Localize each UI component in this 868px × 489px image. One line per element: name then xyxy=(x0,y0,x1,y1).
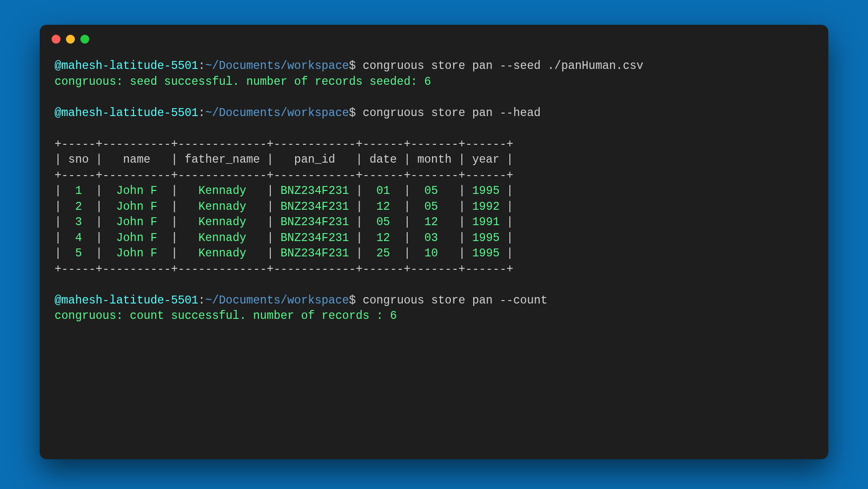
table-cell-border: | xyxy=(55,184,62,197)
table-row: | 4 | John F | Kennady | BNZ234F231 | 12… xyxy=(55,231,813,246)
close-icon[interactable] xyxy=(52,35,61,44)
prompt-line: @mahesh-latitude-5501:~/Documents/worksp… xyxy=(55,293,813,309)
table-header: | sno | name | father_name | pan_id | da… xyxy=(55,152,813,168)
prompt-dollar: $ xyxy=(349,107,363,120)
terminal-output[interactable]: @mahesh-latitude-5501:~/Documents/worksp… xyxy=(40,47,828,459)
command-text: congruous store pan --head xyxy=(363,107,541,120)
table-cell: 03 xyxy=(411,232,459,244)
table-cell-border: | xyxy=(55,216,62,229)
table-cell: 12 xyxy=(363,232,404,244)
table-cell: BNZ234F231 xyxy=(274,247,356,260)
table-cell: John F xyxy=(103,232,171,244)
table-cell-border: | xyxy=(356,247,363,260)
table-row: | 3 | John F | Kennady | BNZ234F231 | 05… xyxy=(55,215,813,231)
table-cell-border: | xyxy=(96,232,103,244)
command-text: congruous store pan --count xyxy=(363,294,548,307)
table-cell-border: | xyxy=(267,184,274,197)
table-cell-border: | xyxy=(506,247,513,260)
table-cell-border: | xyxy=(458,247,465,260)
table-cell-border: | xyxy=(506,216,513,229)
output-line: congruous: count successful. number of r… xyxy=(55,308,813,324)
maximize-icon[interactable] xyxy=(80,35,89,44)
table-cell: 1995 xyxy=(465,232,506,244)
table-cell: 5 xyxy=(62,247,96,260)
table-cell: 12 xyxy=(363,200,404,213)
table-cell-border: | xyxy=(171,232,178,244)
table-cell-border: | xyxy=(267,200,274,213)
table-cell-border: | xyxy=(506,232,513,244)
table-cell: 05 xyxy=(411,200,459,213)
terminal-window: @mahesh-latitude-5501:~/Documents/worksp… xyxy=(40,25,828,459)
prompt-dollar: $ xyxy=(349,294,363,307)
table-cell: 05 xyxy=(363,216,404,229)
prompt-host: @mahesh-latitude-5501 xyxy=(55,294,198,307)
table-cell-border: | xyxy=(171,216,178,229)
table-cell-border: | xyxy=(506,184,513,197)
prompt-separator: : xyxy=(198,294,205,307)
output-line: congruous: seed successful. number of re… xyxy=(55,74,813,90)
table-cell-border: | xyxy=(96,247,103,260)
table-cell: BNZ234F231 xyxy=(274,216,356,229)
table-cell-border: | xyxy=(55,232,62,244)
table-cell: 05 xyxy=(411,184,459,197)
table-cell-border: | xyxy=(96,184,103,197)
table-cell-border: | xyxy=(356,184,363,197)
table-cell: BNZ234F231 xyxy=(274,200,356,213)
table-cell-border: | xyxy=(96,200,103,213)
table-cell-border: | xyxy=(458,200,465,213)
table-cell: John F xyxy=(103,216,171,229)
table-cell: 12 xyxy=(411,216,459,229)
table-cell-border: | xyxy=(171,184,178,197)
table-cell: 01 xyxy=(363,184,404,197)
blank-line xyxy=(55,121,813,137)
command-text: congruous store pan --seed ./panHuman.cs… xyxy=(363,60,643,72)
table-cell-border: | xyxy=(458,232,465,244)
table-cell-border: | xyxy=(267,247,274,260)
table-cell: 1991 xyxy=(465,216,506,229)
table-cell-border: | xyxy=(96,216,103,229)
table-cell: 25 xyxy=(363,247,404,260)
table-cell: Kennady xyxy=(178,184,266,197)
table-row: | 2 | John F | Kennady | BNZ234F231 | 12… xyxy=(55,199,813,215)
prompt-separator: : xyxy=(198,60,205,72)
table-cell-border: | xyxy=(267,232,274,244)
prompt-path: ~/Documents/workspace xyxy=(205,60,349,72)
table-cell-border: | xyxy=(404,216,411,229)
table-cell: 3 xyxy=(62,216,96,229)
table-cell: Kennady xyxy=(178,200,266,213)
table-cell: BNZ234F231 xyxy=(274,232,356,244)
prompt-path: ~/Documents/workspace xyxy=(205,107,349,120)
table-row: | 1 | John F | Kennady | BNZ234F231 | 01… xyxy=(55,183,813,199)
table-cell-border: | xyxy=(404,232,411,244)
window-titlebar xyxy=(40,25,828,47)
prompt-dollar: $ xyxy=(349,60,363,72)
table-cell-border: | xyxy=(171,247,178,260)
table-cell-border: | xyxy=(404,184,411,197)
table-cell: BNZ234F231 xyxy=(274,184,356,197)
table-border: +-----+----------+-------------+--------… xyxy=(55,137,813,153)
table-cell: Kennady xyxy=(178,247,266,260)
table-border: +-----+----------+-------------+--------… xyxy=(55,168,813,184)
table-cell: Kennady xyxy=(178,216,266,229)
table-cell: John F xyxy=(103,247,171,260)
prompt-host: @mahesh-latitude-5501 xyxy=(55,60,198,72)
table-cell-border: | xyxy=(506,200,513,213)
table-cell-border: | xyxy=(55,200,62,213)
prompt-host: @mahesh-latitude-5501 xyxy=(55,107,198,120)
prompt-line: @mahesh-latitude-5501:~/Documents/worksp… xyxy=(55,106,813,122)
table-cell: 1995 xyxy=(465,247,506,260)
table-cell-border: | xyxy=(404,200,411,213)
prompt-path: ~/Documents/workspace xyxy=(205,294,349,307)
table-cell-border: | xyxy=(171,200,178,213)
table-cell: 2 xyxy=(62,200,96,213)
table-cell: 1995 xyxy=(465,184,506,197)
blank-line xyxy=(55,277,813,293)
table-cell: 1 xyxy=(62,184,96,197)
minimize-icon[interactable] xyxy=(66,35,75,44)
table-cell-border: | xyxy=(458,184,465,197)
table-cell-border: | xyxy=(356,200,363,213)
table-cell: 1992 xyxy=(465,200,506,213)
table-cell-border: | xyxy=(356,216,363,229)
table-border: +-----+----------+-------------+--------… xyxy=(55,262,813,278)
prompt-separator: : xyxy=(198,107,205,120)
